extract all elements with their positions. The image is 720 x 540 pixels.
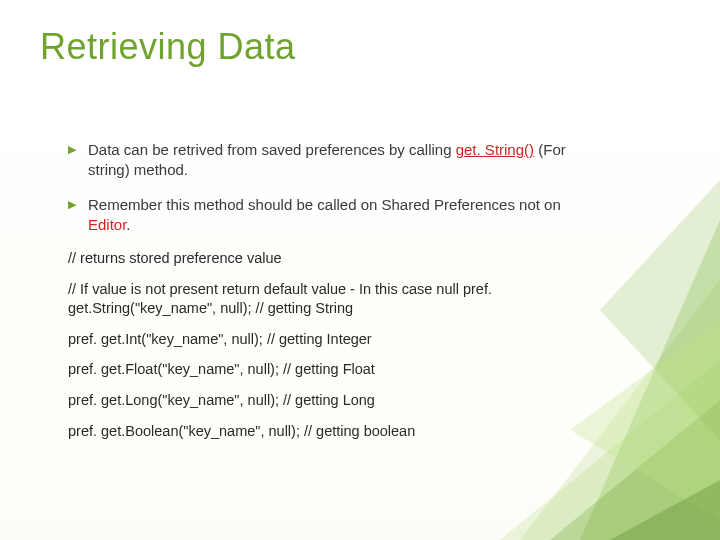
svg-marker-6: [610, 480, 720, 540]
para2-text-a: Remember this method should be called on…: [88, 196, 561, 213]
svg-marker-1: [580, 220, 720, 540]
editor-word: Editor: [88, 216, 126, 233]
code-line-2: // If value is not present return defaul…: [68, 280, 588, 318]
para1-text-a: Data can be retrived from saved preferen…: [88, 141, 456, 158]
svg-marker-5: [570, 320, 720, 520]
para2-text-b: .: [126, 216, 130, 233]
svg-marker-3: [600, 180, 720, 440]
code-line-3: pref. get.Int("key_name", null); // gett…: [68, 330, 588, 349]
code-line-4: pref. get.Float("key_name", null); // ge…: [68, 360, 588, 379]
paragraph-2: Remember this method should be called on…: [68, 195, 588, 236]
getstring-link[interactable]: get. String(): [456, 141, 534, 158]
content-area: Data can be retrived from saved preferen…: [68, 140, 588, 453]
code-line-1: // returns stored preference value: [68, 249, 588, 268]
page-title: Retrieving Data: [40, 26, 296, 68]
slide: Retrieving Data Data can be retrived fro…: [0, 0, 720, 540]
code-line-6: pref. get.Boolean("key_name", null); // …: [68, 422, 588, 441]
code-line-5: pref. get.Long("key_name", null); // get…: [68, 391, 588, 410]
paragraph-1: Data can be retrived from saved preferen…: [68, 140, 588, 181]
code-block: // returns stored preference value // If…: [68, 249, 588, 441]
